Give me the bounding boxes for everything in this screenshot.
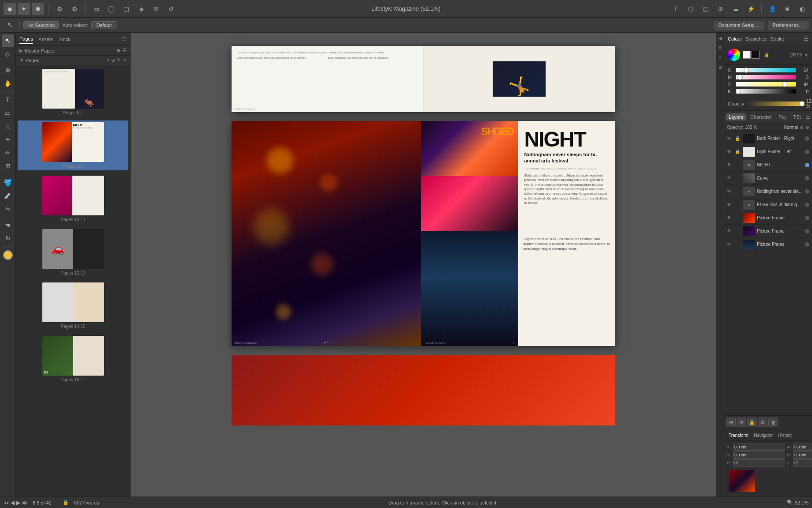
fill-color-box[interactable] (743, 51, 751, 59)
document-setup-button[interactable]: Document Setup… (714, 21, 764, 30)
m-slider[interactable] (736, 75, 796, 79)
text-tool-btn[interactable]: T (2, 94, 14, 106)
grid-icon[interactable]: ▤ (700, 3, 712, 15)
page-item-12-13[interactable]: 🚗 Pages 12,13 (18, 227, 128, 277)
visibility-icon-4[interactable]: 👁 (727, 176, 733, 181)
select-tool[interactable]: ↖ (4, 19, 16, 31)
fill-tool-btn[interactable]: 🪣 (2, 176, 14, 188)
default-button[interactable]: Default (91, 21, 116, 29)
strip-btn-k[interactable]: K (717, 54, 724, 61)
add-icon[interactable]: ⊕ (715, 3, 727, 15)
tab-tst[interactable]: TSt (790, 113, 803, 120)
settings-icon-2[interactable]: ⚙ (68, 3, 81, 15)
visibility-icon-7[interactable]: 👁 (727, 215, 733, 220)
color-wheel[interactable] (728, 49, 740, 61)
layer-item-nottingham[interactable]: 👁 🔒 Ntt Nottingham never sleeps f… (724, 185, 812, 198)
layers-delete-btn[interactable]: 🗑 (768, 418, 778, 427)
app-icon-1[interactable]: ◆ (4, 3, 16, 15)
page-item-8-9[interactable]: NIGHT Nottingham never sleeps... Pages 8… (18, 120, 128, 170)
tool-undo[interactable]: ↺ (165, 3, 177, 15)
layer-item-picture-frame-1[interactable]: 👁 🔒 Picture Frame (724, 211, 812, 225)
pages-sort-icon[interactable]: ≡ (107, 57, 109, 63)
table-tool-btn[interactable]: ⊞ (2, 160, 14, 172)
w-input[interactable] (793, 444, 812, 451)
strip-btn-grid[interactable]: ⊞ (717, 64, 724, 71)
layer-item-curve[interactable]: 👁 🔒 Curve (724, 172, 812, 185)
layers-add-group-btn[interactable]: ⊞ (726, 418, 736, 427)
pencil-tool-btn[interactable]: ✏ (2, 147, 14, 159)
color-swatch[interactable] (3, 250, 13, 260)
scissors-btn[interactable]: ✂ (2, 203, 14, 215)
tab-stroke[interactable]: Stroke (770, 35, 784, 42)
visibility-icon-2[interactable]: 👁 (727, 149, 733, 154)
layer-item-picture-frame-2[interactable]: 👁 🔒 Picture Frame (724, 225, 812, 238)
color-panel-options[interactable]: ☰ (804, 36, 808, 42)
profile-icon[interactable]: ◐ (796, 3, 808, 15)
y-slider[interactable] (736, 82, 796, 87)
spread-8-9[interactable]: Lifestyle Magazine ▶ 8 SHDED (232, 121, 615, 346)
tool-mail[interactable]: ✉ (150, 3, 162, 15)
play-btn[interactable]: ▶ (16, 500, 20, 506)
tool-ellipse[interactable]: ◯ (105, 3, 117, 15)
k-slider[interactable] (736, 89, 796, 94)
pan-tool-btn[interactable]: ✋ (2, 77, 14, 90)
tab-colour[interactable]: Colour (728, 35, 742, 42)
tab-history[interactable]: History (776, 432, 793, 439)
tab-swatches[interactable]: Swatches (745, 35, 767, 42)
app-icon-3[interactable]: ✺ (32, 3, 44, 15)
visibility-icon-5[interactable]: 👁 (727, 189, 733, 194)
page-item-16-17[interactable]: 🏍 Pages 16,17 (18, 334, 128, 384)
add-icon-master[interactable]: ⊕ (116, 48, 120, 53)
preferences-button[interactable]: Preferences… (768, 21, 808, 30)
next-page-btn[interactable]: ⏭ (22, 500, 27, 506)
visibility-icon-8[interactable]: 👁 (727, 229, 733, 233)
stroke-color-box[interactable] (752, 51, 760, 59)
app-icon-2[interactable]: ✦ (18, 3, 30, 15)
layer-item-picture-frame-3[interactable]: 👁 🔒 Picture Frame (724, 238, 812, 251)
tab-par[interactable]: Par (776, 113, 789, 120)
tab-layers[interactable]: Layers (726, 113, 746, 120)
lock-icon-2[interactable]: 🔒 (735, 149, 741, 154)
layer-item-et-leo[interactable]: 👁 🔒 Et Et leo duis ut diam quam (724, 198, 812, 211)
select-tool-btn[interactable]: ↖ (2, 34, 14, 47)
layers-duplicate-btn[interactable]: ⧉ (758, 418, 767, 427)
tab-transform[interactable]: Transform (727, 432, 750, 439)
hand-btn[interactable]: ☚ (2, 219, 14, 231)
node-tool-btn[interactable]: ◇ (2, 48, 14, 60)
selection-button[interactable]: No Selection (23, 21, 59, 29)
visibility-icon-3[interactable]: 👁 (727, 162, 733, 167)
visibility-icon-1[interactable]: 👁 (727, 136, 733, 141)
visibility-icon-9[interactable]: 👁 (727, 242, 733, 247)
tab-stock[interactable]: Stock (58, 35, 71, 44)
shape-tool-btn[interactable]: △ (2, 120, 14, 132)
page-item-6-7[interactable]: Lorem ipsum text content here... 🦘 6 Pag… (18, 67, 128, 117)
cmyk-dropdown-icon[interactable]: ▼ (804, 53, 808, 57)
cloud-icon[interactable]: ☁ (730, 3, 742, 15)
layers-eye-btn[interactable]: 👁 (737, 418, 746, 427)
page-item-10-11[interactable]: Pages 10,11 (18, 174, 128, 224)
layer-item-light-footer-left[interactable]: 👁 🔒 Light Footer - Left (724, 145, 812, 158)
tool-rect[interactable]: ▢ (120, 3, 132, 15)
tab-assets[interactable]: Assets (38, 35, 53, 44)
strip-collapse-1[interactable]: ◀ (717, 34, 724, 41)
s-input[interactable] (793, 459, 812, 467)
prev-page-btn[interactable]: ◀ (11, 500, 15, 506)
layers-options-icon[interactable]: ☰ (805, 114, 810, 120)
text-tool-icon[interactable]: T (670, 3, 682, 15)
settings-icon-1[interactable]: ⚙ (53, 3, 66, 15)
pen-tool-btn[interactable]: ✒ (2, 133, 14, 146)
tab-character[interactable]: Character (748, 113, 774, 120)
frame-tool-btn[interactable]: ▭ (2, 107, 14, 119)
h-input[interactable] (793, 452, 812, 459)
pages-edit-icon[interactable]: ✎ (117, 57, 121, 63)
hex-icon[interactable]: ⬡ (685, 3, 697, 15)
layer-item-dark-footer-right[interactable]: 👁 🔒 Dark Footer - Right (724, 132, 812, 145)
blend-settings-icon[interactable]: ⚙ (800, 125, 804, 130)
display-icon[interactable]: 🖥 (781, 3, 793, 15)
panel-options-icon[interactable]: ☰ (122, 36, 127, 42)
rotate-btn[interactable]: ↻ (2, 232, 14, 245)
tool-table[interactable]: ◈ (135, 3, 147, 15)
share-icon[interactable]: ⚡ (745, 3, 757, 15)
first-page-btn[interactable]: ⏮ (4, 500, 9, 506)
visibility-icon-6[interactable]: 👁 (727, 202, 733, 207)
